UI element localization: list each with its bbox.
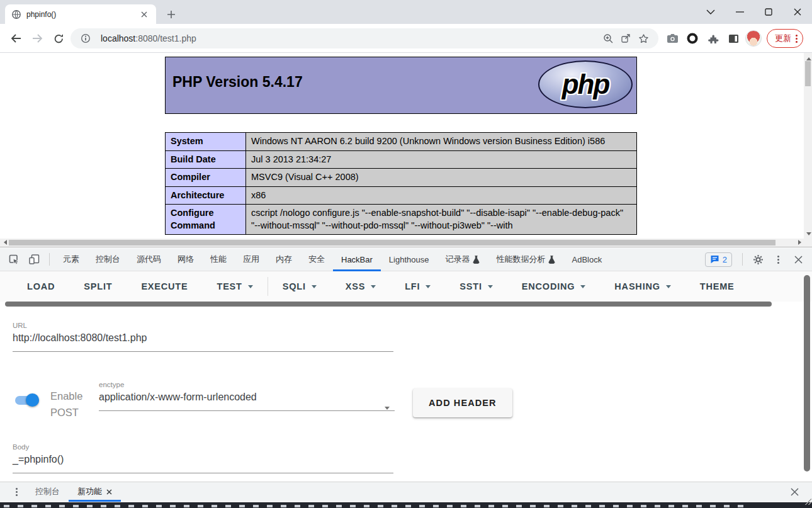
drawer-menu-kebab-icon[interactable] bbox=[6, 483, 26, 500]
row-label: Build Date bbox=[166, 150, 246, 169]
body-field-value[interactable]: _=phpinfo() bbox=[13, 454, 393, 473]
tab-elements[interactable]: 元素 bbox=[55, 248, 87, 271]
inspect-element-icon[interactable] bbox=[4, 251, 24, 268]
menu-theme[interactable]: THEME bbox=[685, 271, 749, 302]
browser-menu-kebab-icon[interactable] bbox=[796, 38, 798, 40]
phpinfo-content: PHP Version 5.4.17 php System Windows NT… bbox=[165, 57, 637, 235]
drawer-tab-whats-new[interactable]: 新功能 bbox=[69, 482, 121, 502]
maximize-button[interactable] bbox=[754, 0, 783, 24]
add-header-button[interactable]: ADD HEADER bbox=[413, 388, 512, 417]
hackbar-horizontal-scroll-thumb[interactable] bbox=[5, 302, 772, 307]
browser-tab[interactable]: phpinfo() bbox=[5, 4, 156, 24]
devtools-menu-kebab-icon[interactable] bbox=[768, 251, 788, 268]
menu-encoding[interactable]: ENCODING bbox=[507, 271, 601, 302]
close-devtools-icon[interactable] bbox=[788, 251, 808, 268]
toggle-knob[interactable] bbox=[26, 393, 39, 407]
menu-lfi[interactable]: LFI bbox=[390, 271, 445, 302]
url-host: localhost bbox=[101, 33, 135, 43]
tab-adblock[interactable]: AdBlock bbox=[563, 248, 610, 271]
enctype-value[interactable]: application/x-www-form-urlencoded bbox=[99, 392, 395, 411]
tab-close-icon[interactable] bbox=[138, 9, 150, 20]
horizontal-scroll-thumb[interactable] bbox=[9, 240, 775, 246]
enable-post-toggle[interactable] bbox=[15, 393, 45, 407]
url-field[interactable]: URL http://localhost:8080/test1.php bbox=[13, 322, 393, 352]
reload-button[interactable] bbox=[49, 29, 68, 48]
share-icon[interactable] bbox=[617, 30, 634, 47]
url-field-label: URL bbox=[13, 322, 393, 329]
drawer-tab-close-icon[interactable] bbox=[106, 489, 112, 495]
extension-ring-icon[interactable] bbox=[684, 30, 701, 47]
menu-ssti[interactable]: SSTI bbox=[445, 271, 507, 302]
site-info-icon[interactable] bbox=[77, 30, 94, 47]
enctype-select[interactable]: enctype application/x-www-form-urlencode… bbox=[99, 381, 395, 411]
issues-counter-button[interactable]: 2 bbox=[705, 252, 732, 267]
tab-hackbar[interactable]: HackBar bbox=[333, 248, 381, 271]
body-field[interactable]: Body _=phpinfo() bbox=[13, 443, 393, 473]
menu-sqli[interactable]: SQLI bbox=[268, 271, 331, 302]
phpinfo-table: System Windows NT AARON 6.2 build 9200 (… bbox=[165, 132, 637, 235]
profile-avatar[interactable] bbox=[745, 30, 762, 47]
table-row: Compiler MSVC9 (Visual C++ 2008) bbox=[166, 169, 637, 187]
tab-console[interactable]: 控制台 bbox=[87, 248, 128, 271]
scroll-down-arrow-icon[interactable] bbox=[806, 232, 811, 238]
caret-down-icon bbox=[371, 285, 376, 291]
tab-label: 应用 bbox=[243, 254, 259, 265]
tab-label: 记录器 bbox=[445, 254, 470, 265]
settings-gear-icon[interactable] bbox=[748, 251, 768, 268]
drawer-controls bbox=[784, 483, 812, 500]
side-panel-icon[interactable] bbox=[725, 30, 742, 47]
menu-label: LOAD bbox=[27, 281, 55, 291]
message-bubble-icon bbox=[710, 255, 719, 264]
drawer-tab-console[interactable]: 控制台 bbox=[26, 482, 69, 502]
resize-grip-icon[interactable] bbox=[805, 499, 811, 505]
menu-execute[interactable]: EXECUTE bbox=[127, 271, 202, 302]
menu-load[interactable]: LOAD bbox=[13, 271, 69, 302]
menu-label: TEST bbox=[217, 281, 242, 291]
address-bar-url[interactable]: localhost:8080/test1.php bbox=[101, 33, 599, 43]
row-value: Windows NT AARON 6.2 build 9200 (Unknown… bbox=[246, 133, 637, 151]
scroll-right-arrow-icon[interactable] bbox=[798, 240, 804, 245]
tab-performance-insights[interactable]: 性能数据分析 bbox=[488, 248, 563, 271]
bookmark-star-icon[interactable] bbox=[634, 30, 652, 47]
tab-performance[interactable]: 性能 bbox=[202, 248, 235, 271]
tab-network[interactable]: 网络 bbox=[169, 248, 202, 271]
tab-sources[interactable]: 源代码 bbox=[128, 248, 169, 271]
close-drawer-icon[interactable] bbox=[784, 483, 804, 500]
new-tab-button[interactable] bbox=[162, 6, 180, 23]
menu-xss[interactable]: XSS bbox=[331, 271, 390, 302]
url-path: :8080/test1.php bbox=[135, 33, 196, 43]
zoom-page-icon[interactable] bbox=[599, 30, 617, 47]
tab-application[interactable]: 应用 bbox=[235, 248, 268, 271]
vertical-scroll-thumb[interactable] bbox=[805, 61, 811, 86]
tab-recorder[interactable]: 记录器 bbox=[437, 248, 488, 271]
screenshot-camera-icon[interactable] bbox=[664, 30, 680, 47]
caret-down-icon bbox=[488, 285, 493, 291]
panel-text-sliver bbox=[4, 505, 747, 507]
address-bar[interactable]: localhost:8080/test1.php bbox=[70, 28, 658, 48]
tab-lighthouse[interactable]: Lighthouse bbox=[381, 248, 437, 271]
php-version-title: PHP Version 5.4.17 bbox=[172, 74, 303, 91]
update-chip-button[interactable]: 更新 bbox=[767, 29, 803, 48]
extensions-puzzle-icon[interactable] bbox=[705, 30, 721, 47]
globe-favicon-icon bbox=[11, 9, 21, 20]
tab-label: 安全 bbox=[308, 254, 325, 265]
close-window-button[interactable] bbox=[783, 0, 812, 24]
tab-label: AdBlock bbox=[572, 255, 602, 264]
tab-security[interactable]: 安全 bbox=[300, 248, 333, 271]
scroll-left-arrow-icon[interactable] bbox=[1, 240, 7, 245]
tab-search-chevron-icon[interactable] bbox=[696, 0, 725, 24]
back-button[interactable] bbox=[6, 29, 25, 48]
experiment-flask-icon bbox=[548, 256, 555, 264]
device-toolbar-icon[interactable] bbox=[24, 251, 44, 268]
body-field-label: Body bbox=[13, 443, 393, 451]
menu-test[interactable]: TEST bbox=[202, 271, 267, 302]
menu-split[interactable]: SPLIT bbox=[69, 271, 127, 302]
minimize-button[interactable] bbox=[725, 0, 754, 24]
devtools-vertical-scroll-thumb[interactable] bbox=[804, 275, 810, 471]
menu-label: HASHING bbox=[614, 281, 660, 291]
scroll-up-arrow-icon[interactable] bbox=[806, 55, 811, 60]
menu-hashing[interactable]: HASHING bbox=[600, 271, 685, 302]
forward-button[interactable] bbox=[28, 29, 47, 48]
tab-memory[interactable]: 内存 bbox=[268, 248, 300, 271]
url-field-value[interactable]: http://localhost:8080/test1.php bbox=[13, 332, 393, 351]
